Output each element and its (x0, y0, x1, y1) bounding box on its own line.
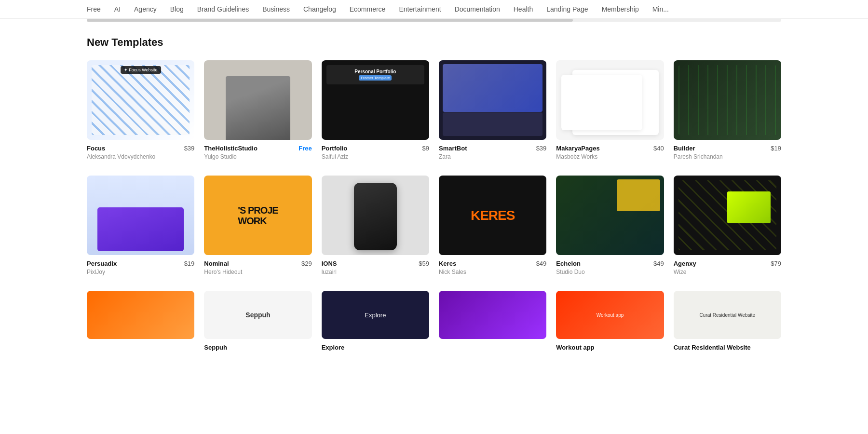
card-thumb-builder (674, 60, 781, 140)
nav-item-membership[interactable]: Membership (602, 5, 639, 13)
template-card-orange[interactable] (87, 291, 194, 351)
template-card-smartbot[interactable]: SmartBot$39Zara (439, 60, 546, 160)
card-thumb-ions (322, 176, 429, 255)
template-card-portfolio[interactable]: Personal PortfolioFramer TemplatePortfol… (322, 60, 429, 160)
card-name-keres: Keres (439, 260, 456, 267)
template-card-makaryapages[interactable]: MakaryaPages$40Masbobz Works (556, 60, 664, 160)
card-thumb-curat: Curat Residential Website (674, 291, 781, 339)
card-price-focus: $39 (184, 145, 195, 152)
card-name-workout: Workout app (556, 344, 594, 351)
card-author-nominal: Hero's Hideout (204, 269, 312, 275)
card-info-theholisticstudio: TheHolisticStudioFree (204, 145, 312, 152)
card-name-seppuh: Seppuh (204, 344, 227, 351)
card-price-theholisticstudio: Free (298, 145, 312, 152)
card-info-makaryapages: MakaryaPages$40 (556, 145, 664, 152)
template-grid-row1: ✦ Focus WebsiteFocus$39Aleksandra Vdovyd… (87, 60, 781, 160)
card-thumb-purple (439, 291, 546, 339)
card-author-smartbot: Zara (439, 153, 546, 160)
card-thumb-keres: KERES (439, 176, 546, 255)
card-author-ions: luzairl (322, 269, 429, 275)
card-thumb-makaryapages (556, 60, 664, 140)
nav-item-ecommerce[interactable]: Ecommerce (350, 5, 386, 13)
card-name-smartbot: SmartBot (439, 145, 467, 152)
template-card-explore[interactable]: ExploreExplore (322, 291, 429, 351)
template-card-keres[interactable]: KERESKeres$49Nick Sales (439, 176, 546, 275)
card-thumb-echelon (556, 176, 664, 255)
card-price-ions: $59 (419, 260, 429, 267)
template-card-theholisticstudio[interactable]: TheHolisticStudioFreeYuigo Studio (204, 60, 312, 160)
card-price-keres: $49 (536, 260, 547, 267)
card-name-ions: IONS (322, 260, 337, 267)
template-card-workout[interactable]: Workout appWorkout app (556, 291, 664, 351)
card-thumb-persuadix (87, 176, 194, 255)
card-thumb-nominal: 'S PROJEWORK (204, 176, 312, 255)
card-name-nominal: Nominal (204, 260, 229, 267)
nav-item-health[interactable]: Health (514, 5, 533, 13)
card-info-agenxy: Agenxy$79 (674, 260, 781, 267)
card-price-persuadix: $19 (184, 260, 195, 267)
card-name-theholisticstudio: TheHolisticStudio (204, 145, 258, 152)
card-info-ions: IONS$59 (322, 260, 429, 267)
card-thumb-explore: Explore (322, 291, 429, 339)
template-card-persuadix[interactable]: Persuadix$19PixlJoy (87, 176, 194, 275)
nav-item-blog[interactable]: Blog (170, 5, 184, 13)
template-grid-row2: Persuadix$19PixlJoy'S PROJEWORKNominal$2… (87, 176, 781, 275)
nav-item-brand-guidelines[interactable]: Brand Guidelines (197, 5, 249, 13)
template-card-ions[interactable]: IONS$59luzairl (322, 176, 429, 275)
nav-item-entertainment[interactable]: Entertainment (399, 5, 441, 13)
nav-item-landing-page[interactable]: Landing Page (546, 5, 588, 13)
card-name-agenxy: Agenxy (674, 260, 696, 267)
nav-item-agency[interactable]: Agency (134, 5, 157, 13)
nav-bar: FreeAIAgencyBlogBrand GuidelinesBusiness… (0, 0, 868, 19)
card-info-workout: Workout app (556, 344, 664, 351)
card-info-curat: Curat Residential Website (674, 344, 781, 351)
card-info-focus: Focus$39 (87, 145, 194, 152)
template-card-agenxy[interactable]: Agenxy$79Wize (674, 176, 781, 275)
card-info-nominal: Nominal$29 (204, 260, 312, 267)
card-price-makaryapages: $40 (653, 145, 664, 152)
main-content: New Templates ✦ Focus WebsiteFocus$39Ale… (0, 36, 868, 351)
nav-item-min[interactable]: Min... (652, 5, 669, 13)
card-author-echelon: Studio Duo (556, 269, 664, 275)
template-card-seppuh[interactable]: SeppuhSeppuh (204, 291, 312, 351)
nav-item-free[interactable]: Free (87, 5, 101, 13)
card-name-focus: Focus (87, 145, 105, 152)
card-author-persuadix: PixlJoy (87, 269, 194, 275)
template-card-purple[interactable] (439, 291, 546, 351)
card-author-makaryapages: Masbobz Works (556, 153, 664, 160)
card-info-keres: Keres$49 (439, 260, 546, 267)
card-name-explore: Explore (322, 344, 345, 351)
card-thumb-portfolio: Personal PortfolioFramer Template (322, 60, 429, 140)
card-info-smartbot: SmartBot$39 (439, 145, 546, 152)
card-thumb-workout: Workout app (556, 291, 664, 339)
card-info-seppuh: Seppuh (204, 344, 312, 351)
template-card-builder[interactable]: Builder$19Paresh Srichandan (674, 60, 781, 160)
card-info-echelon: Echelon$49 (556, 260, 664, 267)
card-thumb-theholisticstudio (204, 60, 312, 140)
card-name-persuadix: Persuadix (87, 260, 117, 267)
card-name-builder: Builder (674, 145, 695, 152)
template-card-focus[interactable]: ✦ Focus WebsiteFocus$39Aleksandra Vdovyd… (87, 60, 194, 160)
card-price-smartbot: $39 (536, 145, 547, 152)
template-card-echelon[interactable]: Echelon$49Studio Duo (556, 176, 664, 275)
card-thumb-focus: ✦ Focus Website (87, 60, 194, 140)
card-name-portfolio: Portfolio (322, 145, 347, 152)
section-title: New Templates (87, 36, 781, 49)
card-author-keres: Nick Sales (439, 269, 546, 275)
card-name-curat: Curat Residential Website (674, 344, 751, 351)
card-thumb-orange (87, 291, 194, 339)
template-card-curat[interactable]: Curat Residential WebsiteCurat Residenti… (674, 291, 781, 351)
card-thumb-smartbot (439, 60, 546, 140)
nav-item-changelog[interactable]: Changelog (303, 5, 336, 13)
card-price-nominal: $29 (301, 260, 312, 267)
scroll-thumb[interactable] (87, 19, 573, 22)
template-card-nominal[interactable]: 'S PROJEWORKNominal$29Hero's Hideout (204, 176, 312, 275)
scroll-track[interactable] (87, 19, 781, 22)
card-info-explore: Explore (322, 344, 429, 351)
nav-item-business[interactable]: Business (262, 5, 290, 13)
card-info-builder: Builder$19 (674, 145, 781, 152)
card-info-persuadix: Persuadix$19 (87, 260, 194, 267)
nav-item-ai[interactable]: AI (114, 5, 121, 13)
nav-item-documentation[interactable]: Documentation (455, 5, 500, 13)
card-author-focus: Aleksandra Vdovydchenko (87, 153, 194, 160)
